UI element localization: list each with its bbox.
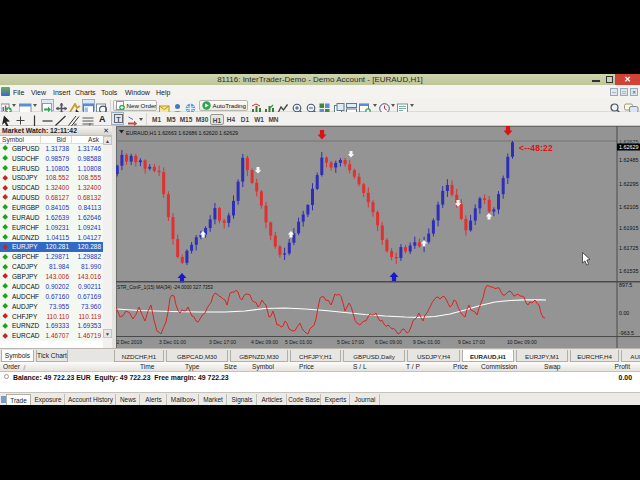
svg-text:1.62629: 1.62629: [619, 144, 639, 150]
svg-text:3 Dec 01:00: 3 Dec 01:00: [159, 339, 186, 345]
svg-text:6 Dec 09:00: 6 Dec 09:00: [375, 339, 402, 345]
svg-text:10 Dec 09:00: 10 Dec 09:00: [507, 339, 537, 345]
svg-text:STR_ConF_1(15) MA(34) -24.0000: STR_ConF_1(15) MA(34) -24.0000 327.7353: [117, 284, 213, 290]
svg-text:1.61915: 1.61915: [619, 225, 639, 231]
svg-text:1.61535: 1.61535: [619, 268, 639, 274]
svg-text:<--48:22: <--48:22: [519, 143, 553, 153]
svg-text:1.62105: 1.62105: [619, 204, 639, 210]
svg-text:3 Dec 17:00: 3 Dec 17:00: [209, 339, 236, 345]
svg-text:5 Dec 01:00: 5 Dec 01:00: [285, 339, 312, 345]
svg-text:-963.5: -963.5: [619, 330, 634, 336]
svg-text:5 Dec 17:00: 5 Dec 17:00: [337, 339, 364, 345]
svg-text:1.62295: 1.62295: [619, 181, 639, 187]
svg-text:1.61725: 1.61725: [619, 245, 639, 251]
svg-text:4 Dec 09:00: 4 Dec 09:00: [251, 339, 278, 345]
svg-text:9 Dec 01:00: 9 Dec 01:00: [413, 339, 440, 345]
svg-text:9 Dec 17:00: 9 Dec 17:00: [458, 339, 485, 345]
svg-text:0.00: 0.00: [619, 310, 629, 316]
svg-text:2 Dec 2019: 2 Dec 2019: [117, 339, 143, 345]
svg-text:EURAUD,H1 1.62663 1.62686 1.6: EURAUD,H1 1.62663 1.62686 1.62620 1.6262…: [126, 130, 238, 136]
svg-text:1.62485: 1.62485: [619, 157, 639, 163]
svg-text:897.5: 897.5: [619, 282, 632, 288]
